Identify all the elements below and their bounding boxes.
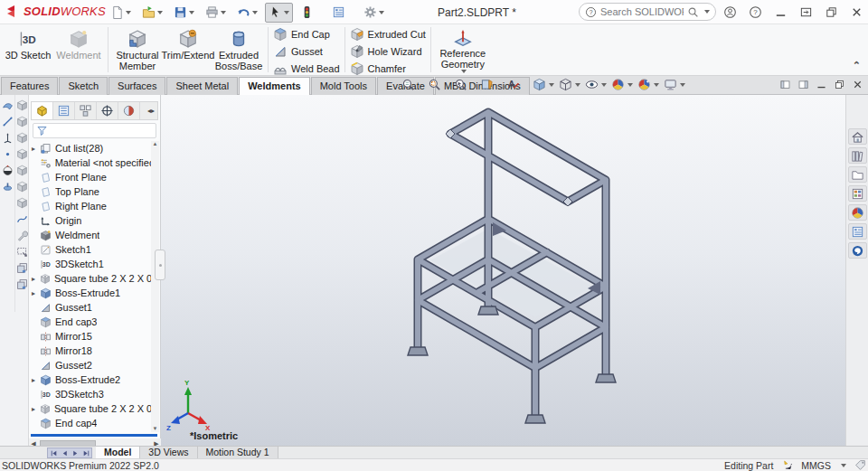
tree-item[interactable]: ▸ Square tube 2 X 2 X 0.2 — [29, 271, 152, 286]
toolbar-button[interactable] — [2, 148, 14, 162]
window-control-button[interactable] — [821, 3, 841, 23]
ribbon-button[interactable]: Gusset — [273, 44, 340, 59]
toolbar-button[interactable] — [16, 213, 28, 227]
expand-arrow-icon[interactable]: ▸ — [32, 145, 40, 153]
command-tab[interactable]: Sheet Metal — [166, 77, 238, 95]
view-toolbar-button[interactable] — [454, 78, 476, 91]
tree-item[interactable]: ▸ Boss-Extrude1 — [29, 286, 152, 300]
toolbar-button[interactable] — [2, 181, 14, 194]
ribbon-button[interactable]: Weldment — [53, 26, 104, 61]
tree-item[interactable]: ▸ Boss-Extrude2 — [29, 372, 152, 387]
graphics-viewport[interactable]: Y X Z *Isometric — [161, 95, 845, 447]
document-window-button[interactable] — [778, 78, 792, 91]
task-pane-tab[interactable] — [848, 128, 867, 145]
tree-item[interactable]: ▸ Material <not specified — [29, 155, 152, 170]
toolbar-button[interactable] — [265, 3, 293, 23]
toolbar-button[interactable] — [16, 132, 28, 146]
search-icon[interactable] — [687, 6, 699, 18]
tree-item[interactable]: ▸ End cap4 — [29, 416, 152, 430]
study-tab[interactable]: Model — [96, 447, 140, 458]
ribbon-button[interactable]: Structural Member — [112, 26, 163, 72]
view-toolbar-button[interactable] — [637, 78, 659, 91]
tree-item[interactable]: ▸ Gusset2 — [29, 358, 152, 372]
view-toolbar-button[interactable] — [533, 78, 554, 91]
window-control-button[interactable] — [796, 3, 816, 23]
dropdown-caret-icon[interactable] — [549, 83, 554, 87]
tree-item[interactable]: ▸ Right Plane — [29, 199, 152, 213]
toolbar-button[interactable] — [16, 246, 28, 259]
tree-filter-field[interactable] — [33, 123, 156, 138]
tree-item[interactable]: ▸ Mirror18 — [29, 344, 152, 358]
rollback-bar[interactable] — [31, 434, 157, 437]
tree-item[interactable]: ▸ End cap3 — [29, 315, 152, 329]
command-tab[interactable]: Mold Tools — [311, 77, 376, 95]
panel-tab[interactable] — [97, 102, 118, 119]
window-control-button[interactable] — [745, 3, 765, 23]
ribbon-button[interactable]: Hole Wizard — [350, 44, 426, 59]
dropdown-caret-icon[interactable] — [601, 83, 607, 87]
command-tab[interactable]: Features — [1, 77, 58, 95]
expand-arrow-icon[interactable]: ▸ — [32, 275, 40, 283]
toolbar-button[interactable] — [16, 148, 28, 162]
window-control-button[interactable] — [720, 3, 740, 23]
window-control-button[interactable] — [846, 3, 866, 23]
panel-tab[interactable] — [53, 102, 75, 119]
toolbar-button[interactable] — [297, 3, 325, 23]
panel-tab[interactable] — [32, 102, 53, 119]
toolbar-button[interactable] — [170, 3, 198, 23]
toolbar-button[interactable] — [16, 278, 28, 292]
units-selector[interactable]: MMGS — [801, 460, 831, 471]
toolbar-button[interactable] — [16, 197, 28, 211]
tree-vertical-scrollbar[interactable]: ▲ ▼ — [151, 141, 159, 432]
units-caret-icon[interactable] — [841, 464, 846, 467]
task-pane-tab[interactable] — [848, 166, 867, 183]
study-tab[interactable]: Motion Study 1 — [198, 447, 278, 458]
view-toolbar-button[interactable] — [585, 78, 607, 91]
toolbar-button[interactable] — [16, 165, 28, 178]
ribbon-button[interactable]: Weld Bead — [273, 61, 340, 76]
panel-tab[interactable] — [118, 102, 140, 119]
expand-arrow-icon[interactable]: ▸ — [32, 405, 40, 413]
view-toolbar-button[interactable] — [480, 78, 502, 91]
nav-arrow-button[interactable] — [80, 448, 91, 457]
task-pane-tab[interactable] — [848, 223, 867, 240]
toolbar-button[interactable] — [16, 116, 28, 129]
dropdown-caret-icon[interactable] — [379, 11, 384, 14]
dropdown-caret-icon[interactable] — [157, 11, 163, 14]
view-toolbar-button[interactable] — [611, 78, 633, 91]
toolbar-button[interactable] — [233, 3, 261, 23]
study-tab[interactable]: 3D Views — [140, 447, 197, 458]
toolbar-button[interactable] — [138, 3, 166, 23]
dropdown-caret-icon[interactable] — [461, 70, 467, 73]
tag-icon[interactable] — [854, 459, 866, 471]
view-toolbar-button[interactable] — [559, 78, 580, 91]
dropdown-caret-icon[interactable] — [680, 83, 685, 87]
panel-tab-scroll-arrows[interactable]: ◂▸ — [147, 107, 156, 115]
toolbar-button[interactable] — [2, 165, 14, 178]
command-tab[interactable]: Weldments — [239, 77, 309, 95]
document-window-button[interactable] — [797, 78, 810, 91]
tree-item[interactable]: ▸ 3DSketch3 — [29, 387, 152, 401]
ribbon-button[interactable]: End Cap — [273, 27, 340, 42]
dropdown-caret-icon[interactable] — [654, 83, 659, 87]
document-window-button[interactable] — [833, 78, 846, 91]
tree-item[interactable]: ▸ Top Plane — [29, 184, 152, 199]
reference-geometry-button[interactable]: Reference Geometry — [435, 26, 491, 73]
toolbar-button[interactable] — [2, 116, 14, 129]
ribbon-button[interactable]: 3D Sketch — [3, 26, 53, 61]
model-3d[interactable]: Y X Z — [161, 95, 845, 447]
toolbar-button[interactable] — [16, 181, 28, 194]
help-search-box[interactable]: Search SOLIDWORKS Help — [579, 3, 716, 21]
scroll-up-arrow-icon[interactable]: ▲ — [152, 141, 158, 147]
tree-item[interactable]: ▸ Front Plane — [29, 170, 152, 184]
tree-item[interactable]: ▸ Mirror15 — [29, 329, 152, 344]
toolbar-button[interactable] — [16, 230, 28, 243]
scroll-down-arrow-icon[interactable]: ▼ — [152, 426, 158, 432]
tree-item[interactable]: ▸ Cut list(28) — [29, 141, 152, 155]
ribbon-button[interactable]: Chamfer — [350, 61, 426, 76]
dropdown-caret-icon[interactable] — [189, 11, 194, 14]
tree-item[interactable]: ▸ Origin — [29, 213, 152, 228]
toolbar-button[interactable] — [328, 3, 356, 23]
search-dropdown-caret-icon[interactable] — [704, 10, 710, 14]
dropdown-caret-icon[interactable] — [126, 11, 131, 14]
